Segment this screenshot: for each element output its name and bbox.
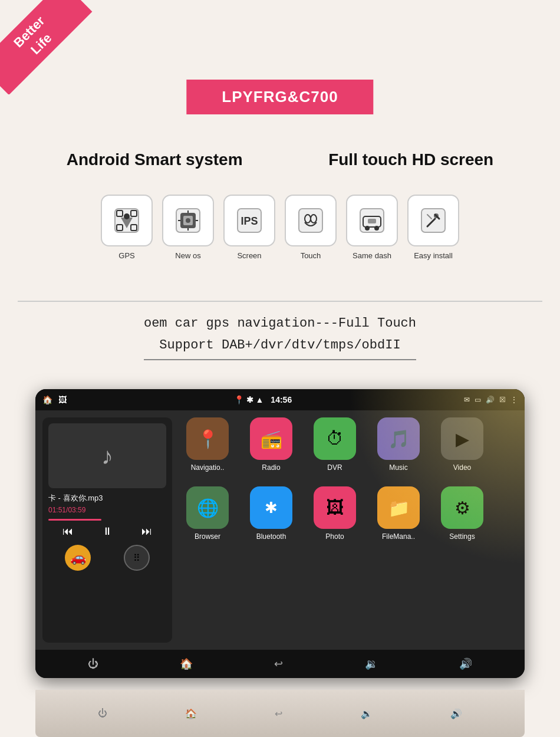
icon-touch: Touch	[285, 195, 337, 260]
app-grid: 📍 Navigatio.. 📻 Radio ⏱ DVR	[179, 417, 518, 643]
music-panel: ♪ 卡 - 喜欢你.mp3 01:51/03:59 ⏮ ⏸ ⏭ 🚗 ⠿	[42, 417, 172, 643]
app-dvr[interactable]: ⏱ DVR	[307, 417, 363, 479]
grid-icon[interactable]: ⠿	[124, 545, 150, 571]
browser-icon-box[interactable]: 🌐	[186, 486, 229, 529]
dvr-label: DVR	[327, 463, 342, 472]
refl-vol-up: 🔊	[450, 708, 462, 719]
next-button[interactable]: ⏭	[141, 525, 152, 538]
app-music[interactable]: 🎵 Music	[370, 417, 427, 479]
nav-description: oem car gps navigation---Full Touch Supp…	[0, 312, 560, 360]
music-icon-box[interactable]: 🎵	[377, 417, 420, 460]
prev-button[interactable]: ⏮	[62, 525, 73, 538]
newos-label: New os	[175, 251, 200, 260]
status-bar-right: ✉ ▭ 🔊 ☒ ⋮	[464, 396, 518, 404]
music-album-art: ♪	[48, 423, 166, 488]
video-icon-box[interactable]: ▶	[441, 417, 483, 460]
grid-symbol: ⠿	[133, 552, 140, 564]
svg-point-10	[186, 218, 190, 223]
bottom-reflection: ⏻ 🏠 ↩ 🔉 🔊	[35, 690, 525, 737]
home-status-icon: 🏠	[42, 395, 52, 404]
icon-samedash: Same dash	[346, 195, 398, 260]
status-time: 14:56	[271, 395, 292, 404]
svg-rect-24	[368, 219, 376, 223]
dvr-symbol: ⏱	[326, 429, 344, 449]
app-bluetooth[interactable]: ✱ Bluetooth	[243, 486, 299, 548]
image-status-icon: 🖼	[58, 395, 67, 404]
car-symbol: 🚗	[70, 550, 86, 565]
music-note-icon: ♪	[101, 443, 113, 469]
easyinstall-label: Easy install	[414, 251, 453, 260]
feature-heading-right: Full touch HD screen	[328, 150, 493, 169]
app-browser[interactable]: 🌐 Browser	[179, 486, 236, 548]
photo-icon-box[interactable]: 🖼	[314, 486, 356, 529]
browser-symbol: 🌐	[197, 498, 219, 518]
app-settings[interactable]: ⚙ Settings	[434, 486, 490, 548]
ips-label: Screen	[237, 251, 261, 260]
radio-icon-box[interactable]: 📻	[250, 417, 292, 460]
refl-home: 🏠	[185, 708, 197, 719]
app-content: ♪ 卡 - 喜欢你.mp3 01:51/03:59 ⏮ ⏸ ⏭ 🚗 ⠿	[35, 410, 525, 650]
volume-up-button[interactable]: 🔊	[459, 657, 472, 670]
touch-icon-box	[285, 195, 337, 246]
icon-ips: IPS Screen	[223, 195, 275, 260]
car-icons-row: 🚗 ⠿	[48, 545, 166, 571]
app-photo[interactable]: 🖼 Photo	[307, 486, 363, 548]
navigation-label: Navigatio..	[191, 463, 225, 472]
app-video[interactable]: ▶ Video	[434, 417, 490, 479]
car-icon[interactable]: 🚗	[65, 545, 91, 571]
filemanager-icon-box[interactable]: 📁	[377, 486, 420, 529]
feature-heading-left: Android Smart system	[67, 150, 243, 169]
back-button[interactable]: ↩	[274, 657, 283, 670]
bluetooth-label: Bluetooth	[256, 532, 286, 541]
status-bar: 🏠 🖼 📍 ✱ ▲ 14:56 ✉ ▭ 🔊 ☒ ⋮	[35, 389, 525, 410]
samedash-icon-box	[346, 195, 398, 246]
app-radio[interactable]: 📻 Radio	[243, 417, 299, 479]
icon-newos: New os	[162, 195, 214, 260]
bt-status-icon: ✱	[246, 395, 253, 404]
icon-gps: GPS	[101, 195, 153, 260]
radio-label: Radio	[262, 463, 280, 472]
samedash-label: Same dash	[353, 251, 391, 260]
play-pause-button[interactable]: ⏸	[102, 525, 113, 538]
settings-icon-box[interactable]: ⚙	[441, 486, 483, 529]
easyinstall-icon-box	[407, 195, 459, 246]
navigation-icon-box[interactable]: 📍	[186, 417, 229, 460]
home-button[interactable]: 🏠	[180, 657, 193, 670]
gps-icon-box	[101, 195, 153, 246]
dvr-icon-box[interactable]: ⏱	[314, 417, 356, 460]
app-navigation[interactable]: 📍 Navigatio..	[179, 417, 236, 479]
bottom-navigation[interactable]: ⏻ 🏠 ↩ 🔉 🔊	[35, 650, 525, 678]
photo-symbol: 🖼	[326, 498, 344, 518]
volume-down-button[interactable]: 🔉	[365, 657, 378, 670]
app-row-1: 📍 Navigatio.. 📻 Radio ⏱ DVR	[179, 417, 518, 479]
refl-power: ⏻	[98, 708, 107, 719]
music-symbol: 🎵	[388, 429, 410, 449]
bluetooth-icon-box[interactable]: ✱	[250, 486, 292, 529]
settings-symbol: ⚙	[454, 498, 470, 518]
touch-label: Touch	[301, 251, 321, 260]
status-bar-center: 📍 ✱ ▲ 14:56	[71, 395, 459, 404]
wifi-status-icon: ▲	[256, 395, 264, 404]
msg-icon: ✉	[464, 396, 470, 404]
refl-back: ↩	[275, 708, 282, 719]
app-filemanager[interactable]: 📁 FileMana..	[370, 486, 427, 548]
music-time: 01:51/03:59	[48, 506, 166, 514]
music-controls[interactable]: ⏮ ⏸ ⏭	[48, 525, 166, 538]
filemanager-label: FileMana..	[382, 532, 415, 541]
radio-symbol: 📻	[261, 429, 282, 449]
feature-icons-row: GPS New os IPS Screen	[0, 195, 560, 260]
settings-label: Settings	[449, 532, 475, 541]
power-button[interactable]: ⏻	[88, 658, 98, 670]
svg-point-22	[365, 226, 370, 231]
video-symbol: ▶	[456, 429, 469, 449]
video-label: Video	[453, 463, 471, 472]
music-label: Music	[389, 463, 407, 472]
section-divider	[18, 301, 542, 302]
volume-icon: 🔊	[486, 396, 495, 404]
newos-icon-box	[162, 195, 214, 246]
ips-icon-box: IPS	[223, 195, 275, 246]
screen-mockup: 🏠 🖼 📍 ✱ ▲ 14:56 ✉ ▭ 🔊 ☒ ⋮ ♪ 卡 - 喜欢你.mp3 …	[35, 389, 525, 678]
browser-label: Browser	[195, 532, 220, 541]
icon-easyinstall: Easy install	[407, 195, 459, 260]
feature-headings: Android Smart system Full touch HD scree…	[0, 150, 560, 169]
